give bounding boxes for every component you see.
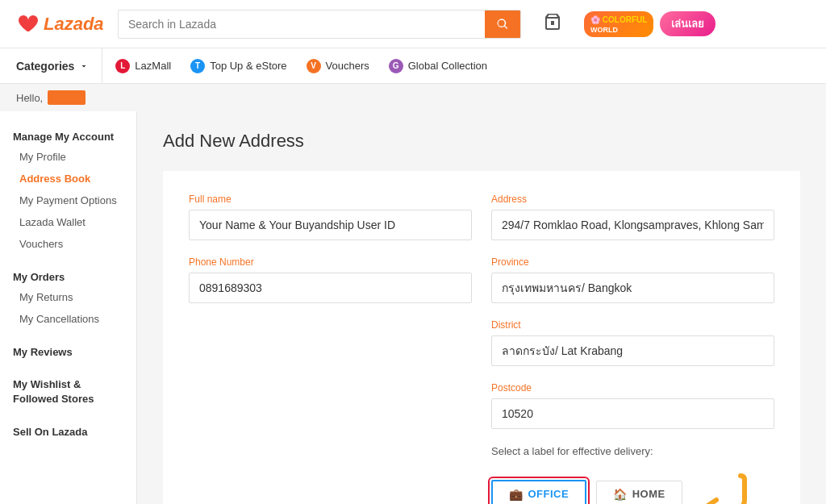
form-row-1: Full name Address [189,194,774,240]
search-button[interactable] [485,10,520,38]
search-icon [496,18,509,31]
logo: Lazada [16,14,105,35]
sidebar-orders-title: My Orders [0,264,136,286]
topup-label: Top Up & eStore [210,60,286,72]
label-buttons: 💼 OFFICE 🏠 HOME [491,472,774,504]
sidebar-item-vouchers[interactable]: Vouchers [0,233,136,255]
logo-text: Lazada [44,14,104,35]
sidebar-item-payment[interactable]: My Payment Options [0,190,136,211]
cart-button[interactable] [542,12,563,36]
label-row: Select a label for effective delivery: 💼… [189,445,774,504]
chevron-down-icon [79,61,89,71]
province-label: Province [491,256,774,268]
address-label: Address [491,194,774,205]
phone-group: Phone Number [189,256,472,303]
nav-bar: Categories L LazMall T Top Up & eStore V… [0,48,826,84]
search-input[interactable] [119,11,485,37]
arrow-icon [692,472,749,504]
sidebar-sell-title: Sell On Lazada [0,419,136,441]
sidebar-item-address[interactable]: Address Book [0,168,136,190]
district-label: District [491,319,774,331]
global-dot: G [389,59,403,73]
postcode-label: Postcode [491,382,774,394]
label-title: Select a label for effective delivery: [491,445,774,457]
promo-badge: 🌸 COLORFUL WORLD [584,11,653,37]
briefcase-icon: 💼 [509,488,524,501]
home-label: HOME [632,488,665,500]
hello-username [48,90,86,105]
cart-icon [542,12,563,31]
sidebar-item-profile[interactable]: My Profile [0,146,136,168]
nav-item-vouchers[interactable]: V Vouchers [307,59,369,73]
label-group: Select a label for effective delivery: 💼… [491,445,774,504]
province-group: Province [491,256,774,303]
main-layout: Manage My Account My Profile Address Boo… [0,111,826,504]
arrow-hint [692,472,749,504]
phone-label: Phone Number [189,256,472,268]
province-input[interactable] [491,273,774,303]
sidebar-manage-title: Manage My Account [0,124,136,146]
global-label: Global Collection [408,60,487,72]
sidebar-item-returns[interactable]: My Returns [0,286,136,308]
form-row-4: Postcode [189,382,774,429]
address-group: Address [491,194,774,240]
district-group: District [491,319,774,366]
promo-banner: 🌸 COLORFUL WORLD เล่นเลย [584,11,715,37]
postcode-group: Postcode [491,382,774,429]
categories-button[interactable]: Categories [16,48,102,84]
nav-items: L LazMall T Top Up & eStore V Vouchers G… [115,59,487,73]
nav-item-lazmall[interactable]: L LazMall [115,59,171,73]
office-label: OFFICE [528,488,569,500]
district-input[interactable] [491,335,774,366]
fullname-group: Full name [189,194,472,240]
fullname-input[interactable] [189,210,472,240]
sidebar-reviews-title: My Reviews [0,339,136,361]
content-area: Add New Address Full name Address Phone … [137,111,826,504]
form-row-2: Phone Number Province [189,256,774,303]
form-row-3: District [189,319,774,366]
address-input[interactable] [491,210,774,240]
sidebar-item-wallet[interactable]: Lazada Wallet [0,211,136,233]
lazmall-label: LazMall [135,60,171,72]
home-icon: 🏠 [613,488,628,501]
sidebar-wishlist-title: My Wishlist & Followed Stores [0,371,136,410]
phone-input[interactable] [189,273,472,303]
form-card: Full name Address Phone Number Province [163,171,800,504]
page-title: Add New Address [163,131,800,152]
vouchers-dot: V [307,59,321,73]
topup-dot: T [190,59,205,73]
sidebar-item-cancellations[interactable]: My Cancellations [0,308,136,330]
home-label-button[interactable]: 🏠 HOME [596,481,682,505]
hello-prefix: Hello, [16,92,43,104]
sidebar: Manage My Account My Profile Address Boo… [0,111,137,504]
office-label-button[interactable]: 💼 OFFICE [491,480,586,505]
categories-label: Categories [16,60,74,73]
play-button[interactable]: เล่นเลย [660,11,715,36]
nav-item-global[interactable]: G Global Collection [389,59,487,73]
search-bar [118,10,521,39]
lazmall-dot: L [115,59,130,73]
hello-bar: Hello, [0,84,826,111]
fullname-label: Full name [189,194,472,205]
vouchers-label: Vouchers [326,60,369,72]
postcode-input[interactable] [491,398,774,429]
header: Lazada 🌸 COLORFUL WORLD เล่นเลย [0,0,826,48]
logo-icon [16,15,39,34]
nav-item-topup[interactable]: T Top Up & eStore [190,59,286,73]
